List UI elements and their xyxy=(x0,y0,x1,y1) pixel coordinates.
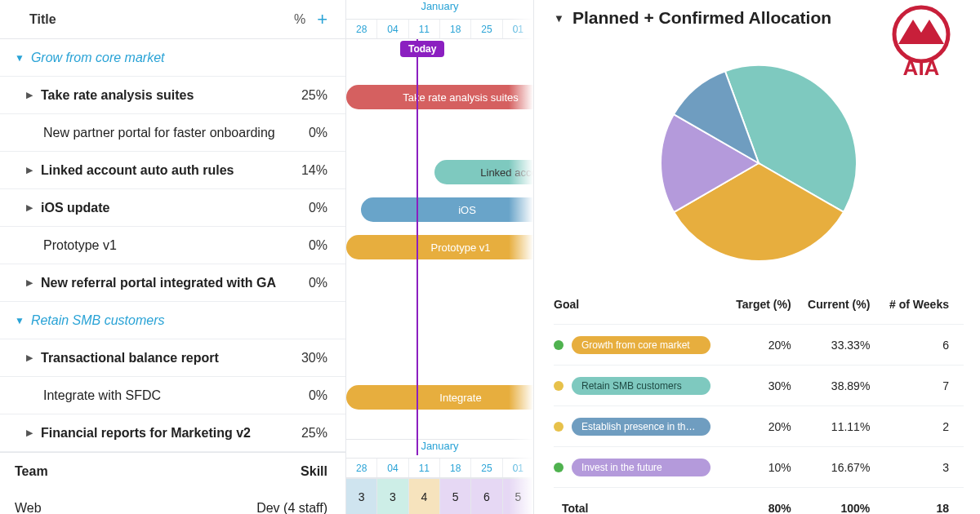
capacity-cell[interactable]: 5 xyxy=(502,479,533,514)
date-col[interactable]: 28 xyxy=(346,20,376,38)
task-pct: 30% xyxy=(301,351,327,366)
team-name: Web xyxy=(15,501,42,514)
task-row[interactable]: ▶Transactional balance report30% xyxy=(0,339,345,377)
timeline-panel: January 28 04 11 18 25 01 Today Take rat… xyxy=(346,0,534,514)
today-line xyxy=(416,39,418,455)
date-col[interactable]: 25 xyxy=(470,20,501,38)
task-title: iOS update xyxy=(41,201,109,215)
task-row[interactable]: ▶New referral portal integrated with GA0… xyxy=(0,264,345,302)
allocation-panel: ▼ Planned + Confirmed Allocation Goal Ta… xyxy=(534,0,980,514)
capacity-cell[interactable]: 5 xyxy=(439,479,470,514)
allocation-title: Planned + Confirmed Allocation xyxy=(572,8,831,28)
month-label: January xyxy=(346,0,533,19)
group-row[interactable]: ▼ Retain SMB customers xyxy=(0,302,345,339)
target-val: 20% xyxy=(727,339,806,352)
capacity-row: 3 3 4 5 6 5 xyxy=(346,478,533,514)
task-pct: 0% xyxy=(309,126,327,140)
group-title: Grow from core market xyxy=(31,51,165,65)
today-badge: Today xyxy=(400,41,444,57)
task-title: New referral portal integrated with GA xyxy=(41,276,276,290)
task-pct: 25% xyxy=(301,88,327,103)
caret-right-icon: ▶ xyxy=(26,165,33,175)
weeks-val: 2 xyxy=(884,420,964,433)
timeline-date-header: 28 04 11 18 25 01 xyxy=(346,20,533,39)
col-target: Target (%) xyxy=(727,298,806,311)
pie-svg xyxy=(653,57,865,269)
total-weeks: 18 xyxy=(884,502,964,514)
gantt-bar[interactable]: iOS xyxy=(361,197,534,222)
goal-pill: Growth from core market xyxy=(572,336,710,354)
date-col[interactable]: 01 xyxy=(502,20,533,38)
date-col[interactable]: 01 xyxy=(502,459,533,477)
skill-col: Skill xyxy=(301,464,327,479)
capacity-cell[interactable]: 3 xyxy=(346,479,376,514)
task-pct: 0% xyxy=(309,276,327,290)
team-row[interactable]: Web Dev (4 staff) xyxy=(0,490,345,514)
task-row[interactable]: New partner portal for faster onboarding… xyxy=(0,114,345,152)
current-val: 38.89% xyxy=(806,379,885,392)
allocation-total-row: Total 80% 100% 18 xyxy=(554,488,964,514)
timeline-date-header-2: 28 04 11 18 25 01 xyxy=(346,459,533,478)
current-val: 11.11% xyxy=(806,420,885,433)
date-col[interactable]: 11 xyxy=(408,20,439,38)
date-col[interactable]: 04 xyxy=(376,20,408,38)
svg-text:AIA: AIA xyxy=(903,55,940,78)
group-row[interactable]: ▼ Grow from core market xyxy=(0,39,345,77)
date-col[interactable]: 04 xyxy=(376,459,408,477)
allocation-row[interactable]: Invest in the future 10% 16.67% 3 xyxy=(554,447,964,488)
task-title: New partner portal for faster onboarding xyxy=(43,126,275,140)
col-weeks: # of Weeks xyxy=(884,298,964,311)
current-val: 16.67% xyxy=(806,461,885,474)
team-header: Team Skill xyxy=(0,452,345,490)
total-label: Total xyxy=(554,502,727,514)
gantt-area[interactable]: Today Take rate analysis suites Linked a… xyxy=(346,39,533,455)
gantt-bar[interactable]: Prototype v1 xyxy=(346,235,534,259)
goal-pill: Invest in the future xyxy=(572,459,710,476)
chevron-down-icon: ▼ xyxy=(554,12,564,24)
weeks-val: 7 xyxy=(884,379,964,392)
caret-right-icon: ▶ xyxy=(26,277,33,288)
allocation-header-row: Goal Target (%) Current (%) # of Weeks xyxy=(554,284,964,325)
allocation-row[interactable]: Growth from core market 20% 33.33% 6 xyxy=(554,325,964,366)
target-val: 30% xyxy=(727,379,806,392)
date-col[interactable]: 18 xyxy=(439,20,470,38)
task-row[interactable]: ▶Take rate analysis suites25% xyxy=(0,77,345,114)
allocation-row[interactable]: Retain SMB customers 30% 38.89% 7 xyxy=(554,366,964,406)
total-target: 80% xyxy=(727,502,806,514)
goal-pill: Retain SMB customers xyxy=(572,377,710,395)
task-row[interactable]: Prototype v10% xyxy=(0,227,345,264)
task-pct: 14% xyxy=(301,163,327,178)
task-pct: 0% xyxy=(309,238,327,253)
capacity-cell[interactable]: 4 xyxy=(408,479,439,514)
gantt-bar[interactable]: Take rate analysis suites xyxy=(346,85,534,109)
task-row[interactable]: ▶Linked account auto auth rules14% xyxy=(0,152,345,189)
date-col[interactable]: 18 xyxy=(439,459,470,477)
task-row[interactable]: Integrate with SFDC0% xyxy=(0,377,345,414)
task-title: Transactional balance report xyxy=(41,351,219,366)
current-val: 33.33% xyxy=(806,339,885,352)
status-dot-icon xyxy=(554,422,564,432)
add-column-button[interactable]: + xyxy=(317,9,327,30)
task-pct: 25% xyxy=(301,426,327,441)
status-dot-icon xyxy=(554,340,564,350)
task-row[interactable]: ▶iOS update0% xyxy=(0,189,345,227)
task-title: Financial reports for Marketing v2 xyxy=(41,426,251,441)
task-row[interactable]: ▶Financial reports for Marketing v225% xyxy=(0,414,345,452)
task-tree-panel: Title % + ▼ Grow from core market ▶Take … xyxy=(0,0,346,514)
date-col[interactable]: 28 xyxy=(346,459,376,477)
col-goal: Goal xyxy=(554,298,727,311)
caret-right-icon: ▶ xyxy=(26,202,33,213)
task-title: Integrate with SFDC xyxy=(43,388,161,403)
capacity-cell[interactable]: 3 xyxy=(376,479,408,514)
gantt-bar[interactable]: Linked account xyxy=(434,160,534,184)
date-col[interactable]: 25 xyxy=(470,459,501,477)
weeks-val: 6 xyxy=(884,339,964,352)
task-title: Prototype v1 xyxy=(43,238,117,253)
target-val: 10% xyxy=(727,461,806,474)
gantt-bar[interactable]: Integrate xyxy=(346,385,534,410)
allocation-row[interactable]: Establish presence in the… 20% 11.11% 2 xyxy=(554,406,964,447)
task-pct: 0% xyxy=(309,201,327,215)
caret-right-icon: ▶ xyxy=(26,352,33,363)
date-col[interactable]: 11 xyxy=(408,459,439,477)
capacity-cell[interactable]: 6 xyxy=(470,479,501,514)
